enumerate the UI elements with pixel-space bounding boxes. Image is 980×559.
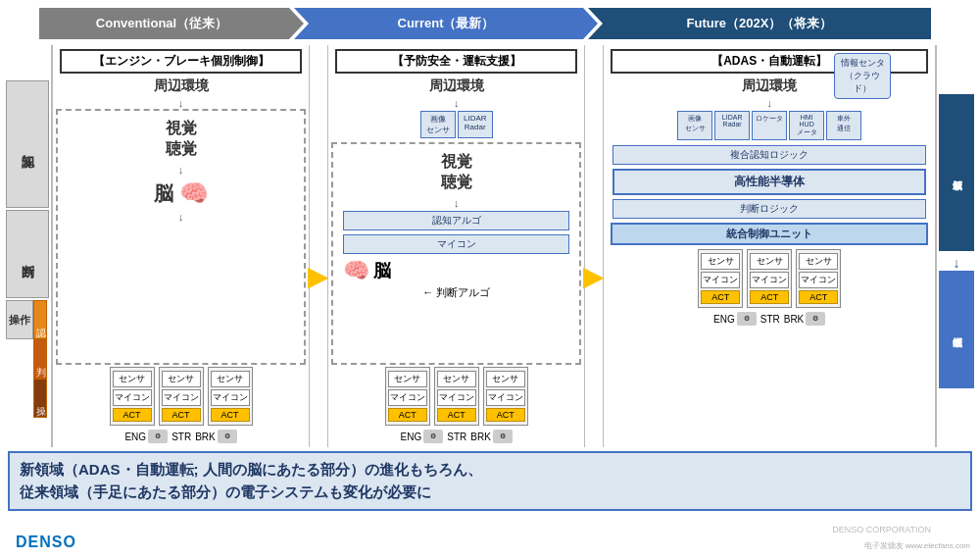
header-arrow: Conventional（従来） Current（最新） Future（202X… bbox=[39, 8, 941, 39]
fut-eng: ENG ⚙ bbox=[713, 312, 757, 326]
conv-eng-row: ENG ⚙ STR BRK ⚙ bbox=[56, 428, 306, 445]
fut-unit-3: センサ マイコン ACT bbox=[796, 249, 841, 308]
fut-eng-icon: ⚙ bbox=[737, 312, 757, 326]
conv-arrow3: ↓ bbox=[62, 211, 300, 223]
fut-unit3-sensa: センサ bbox=[799, 253, 838, 270]
curr-unit2-sensa: センサ bbox=[437, 371, 476, 387]
fut-unit-row: センサ マイコン ACT センサ マイコン ACT センサ マイコン ACT bbox=[607, 247, 932, 310]
conv-brk: BRK ⚙ bbox=[195, 430, 237, 443]
fut-sensor-gazou: 画像センサ bbox=[677, 111, 712, 140]
ninchi-label: 認知 bbox=[6, 80, 49, 208]
current-label: Current（最新） bbox=[398, 15, 495, 32]
conv-brk-label: BRK bbox=[195, 432, 216, 442]
fut-unit3-maikon: マイコン bbox=[799, 272, 838, 288]
conv-unit-3: センサ マイコン ACT bbox=[208, 367, 253, 426]
fut-eng-label: ENG bbox=[713, 314, 735, 325]
curr-eng-label: ENG bbox=[401, 432, 422, 442]
conv-unit1-act: ACT bbox=[113, 408, 152, 422]
conv-unit3-act: ACT bbox=[211, 408, 250, 422]
conv-unit-2: センサ マイコン ACT bbox=[159, 367, 204, 426]
fut-togo-unit: 統合制御ユニット bbox=[611, 223, 928, 245]
curr-unit3-sensa: センサ bbox=[486, 371, 525, 387]
curr-unit3-act: ACT bbox=[486, 408, 525, 422]
curr-brain-icon: 🧠 bbox=[343, 258, 369, 283]
fut-handan-logic: 判断ロジック bbox=[612, 199, 926, 219]
conv-str-label: STR bbox=[172, 432, 191, 442]
conv-nou-text: 脳 bbox=[154, 180, 173, 207]
bottom-line2: 従来領域（手足にあたる部分）の電子システムも変化が必要に bbox=[20, 482, 960, 504]
conv-unit-1: センサ マイコン ACT bbox=[110, 367, 155, 426]
conventional-segment: Conventional（従来） bbox=[39, 8, 304, 39]
current-column: 【予防安全・運転支援】 周辺環境 ↓ 画像センサ LIDARRadar 視覚聴覚… bbox=[327, 45, 585, 447]
future-segment: Future（202X）（将来） bbox=[588, 8, 931, 39]
watermark: DENSO CORPORATION bbox=[832, 525, 931, 534]
trans-arrow-1: ▶ bbox=[310, 104, 327, 447]
curr-shikaku-text: 視覚聴覚 bbox=[441, 153, 472, 190]
watermark-text: DENSO CORPORATION bbox=[832, 525, 931, 534]
right-labels: 新領域 ↓ 従来領域 bbox=[939, 94, 974, 447]
curr-arrow-down: ↓ bbox=[331, 97, 581, 109]
conv-unit1-maikon: マイコン bbox=[113, 389, 152, 406]
curr-maikon: マイコン bbox=[343, 234, 569, 254]
fut-unit-2: センサ マイコン ACT bbox=[747, 249, 792, 308]
fut-brk-label: BRK bbox=[784, 314, 805, 325]
fut-unit1-sensa: センサ bbox=[701, 253, 740, 270]
three-columns: 【エンジン・ブレーキ個別制御】 周辺環境 ↓ 視覚聴覚 ↓ 脳 🧠 ↓ センサ … bbox=[51, 45, 937, 447]
fut-sensor-hmi: HMIHUDメータ bbox=[789, 111, 824, 140]
conventional-column: 【エンジン・ブレーキ個別制御】 周辺環境 ↓ 視覚聴覚 ↓ 脳 🧠 ↓ センサ … bbox=[51, 45, 310, 447]
fut-str-label: STR bbox=[760, 314, 780, 325]
curr-nou-text: 脳 bbox=[373, 259, 391, 282]
curr-unit-3: センサ マイコン ACT bbox=[483, 367, 528, 426]
curr-unit-1: センサ マイコン ACT bbox=[385, 367, 430, 426]
conv-brk-icon: ⚙ bbox=[218, 430, 237, 443]
fut-unit3-act: ACT bbox=[799, 290, 838, 304]
fut-brk: BRK ⚙ bbox=[784, 312, 826, 326]
fut-unit2-sensa: センサ bbox=[750, 253, 789, 270]
curr-ninchi-algo: 認知アルゴ bbox=[343, 211, 569, 230]
op2-label: 判 bbox=[33, 339, 47, 379]
curr-unit3-maikon: マイコン bbox=[486, 389, 525, 406]
conv-unit3-sensa: センサ bbox=[211, 371, 250, 387]
conv-arrow2: ↓ bbox=[62, 164, 300, 176]
bottom-text-box: 新領域（ADAS・自動運転; 人間の脳にあたる部分）の進化もちろん、 従来領域（… bbox=[8, 451, 972, 511]
sosa-label: 操作 bbox=[6, 300, 33, 339]
future-label: Future（202X）（将来） bbox=[687, 15, 833, 32]
fut-sensor-row: 画像センサ LIDARRadar ロケータ HMIHUDメータ 車外通信 bbox=[607, 109, 932, 142]
curr-dashed: 視覚聴覚 ↓ 認知アルゴ マイコン 🧠 脳 ← 判断アルゴ bbox=[331, 142, 581, 365]
fut-brk-icon: ⚙ bbox=[806, 312, 825, 326]
conv-unit2-sensa: センサ bbox=[162, 371, 201, 387]
conv-unit1-sensa: センサ bbox=[113, 371, 152, 387]
curr-unit-2: センサ マイコン ACT bbox=[434, 367, 479, 426]
cloud-box: 情報センタ（クラウド） bbox=[834, 53, 891, 99]
fut-fukugo: 複合認知ロジック bbox=[612, 145, 926, 165]
curr-unit1-act: ACT bbox=[388, 408, 427, 422]
handan-label: 判断 bbox=[6, 210, 49, 298]
fut-sensor-locator: ロケータ bbox=[752, 111, 787, 140]
conv-arrow-down: ↓ bbox=[56, 97, 306, 109]
curr-sensor-lidar: LIDARRadar bbox=[458, 111, 493, 138]
curr-brk-label: BRK bbox=[470, 432, 491, 442]
conv-shikaku: 視覚聴覚 bbox=[62, 115, 300, 164]
op3-label: 操 bbox=[33, 379, 47, 418]
conv-shikaku-text: 視覚聴覚 bbox=[166, 120, 197, 157]
curr-unit-row: センサ マイコン ACT センサ マイコン ACT センサ マイコン ACT bbox=[331, 365, 581, 428]
fut-unit2-act: ACT bbox=[750, 290, 789, 304]
conv-eng-label: ENG bbox=[124, 432, 146, 442]
curr-unit2-maikon: マイコン bbox=[437, 389, 476, 406]
conv-nou-box: 脳 🧠 bbox=[62, 176, 300, 211]
fut-str: STR bbox=[760, 314, 780, 325]
curr-kankyou: 周辺環境 bbox=[331, 76, 581, 97]
curr-brk: BRK ⚙ bbox=[470, 430, 513, 443]
conventional-label: Conventional（従来） bbox=[96, 15, 227, 32]
fut-eng-row: ENG ⚙ STR BRK ⚙ bbox=[607, 310, 932, 328]
curr-unit1-maikon: マイコン bbox=[388, 389, 427, 406]
conv-kankyou: 周辺環境 bbox=[56, 76, 306, 97]
conv-dashed: 視覚聴覚 ↓ 脳 🧠 ↓ bbox=[56, 109, 306, 365]
curr-nou-row: 🧠 脳 bbox=[343, 258, 569, 283]
curr-eng-icon: ⚙ bbox=[423, 430, 443, 443]
elecfans-watermark: 电子发烧友 www.elecfans.com bbox=[864, 540, 970, 551]
op1-label: 認 bbox=[33, 300, 47, 339]
conv-unit3-maikon: マイコン bbox=[211, 389, 250, 406]
denso-logo: DENSO bbox=[16, 534, 76, 551]
conv-eng-icon: ⚙ bbox=[148, 430, 168, 443]
